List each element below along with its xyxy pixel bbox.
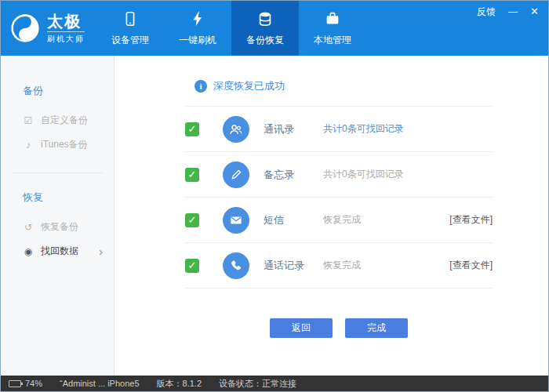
memo-pencil-icon	[223, 162, 249, 188]
version-label: 版本：8.1.2	[157, 378, 202, 390]
tab-label: 本地管理	[314, 34, 351, 47]
item-label: 通讯录	[264, 122, 323, 136]
sidebar-item-label: 恢复备份	[41, 220, 78, 234]
checkbox-checked[interactable]: ✓	[185, 213, 199, 227]
nav-tabs: 设备管理 一键刷机 备份恢复	[96, 1, 366, 56]
minimize-button[interactable]: —	[508, 7, 518, 16]
item-label: 短信	[264, 213, 323, 227]
list-item-contacts: ✓ 通讯录 共计0条可找回记录	[185, 107, 493, 152]
app-logo: 太极 刷机大师	[1, 1, 96, 56]
phone-call-icon	[223, 252, 249, 279]
tab-label: 备份恢复	[246, 34, 284, 47]
checkbox-square-icon: ☑	[23, 115, 34, 126]
item-label: 备忘录	[264, 168, 323, 182]
item-status: 共计0条可找回记录	[323, 122, 493, 136]
list-item-sms: ✓ 短信 恢复完成 [查看文件]	[185, 198, 493, 243]
device-icon	[122, 9, 139, 28]
item-label: 通话记录	[264, 259, 323, 273]
restore-arrow-icon: ↺	[23, 222, 34, 233]
item-status: 恢复完成	[323, 259, 449, 272]
checkbox-checked[interactable]: ✓	[185, 259, 199, 273]
target-icon: ◉	[23, 246, 34, 257]
sidebar-section-backup: 备份	[1, 84, 114, 108]
tab-label: 设备管理	[111, 34, 149, 47]
status-bar: 74% “Administ ... iPhone5 版本：8.1.2 设备状态：…	[1, 376, 548, 391]
logo-text: 太极 刷机大师	[47, 13, 85, 45]
tab-device-management[interactable]: 设备管理	[96, 1, 164, 56]
contacts-icon	[223, 116, 249, 143]
main-content: i 深度恢复已成功 ✓ 通讯录 共计0条可找回记录	[115, 56, 548, 376]
checkbox-checked[interactable]: ✓	[185, 168, 199, 182]
flash-icon	[189, 9, 206, 28]
sidebar: 备份 ☑ 自定义备份 ♪ iTunes备份 恢复 ↺ 恢复备份 ◉ 找回数据 ›	[1, 56, 115, 376]
sms-envelope-icon	[223, 207, 249, 234]
banner-text: 深度恢复已成功	[213, 79, 285, 93]
tab-backup-restore[interactable]: 备份恢复	[231, 1, 299, 56]
info-icon: i	[195, 80, 207, 93]
battery-icon	[9, 380, 21, 387]
view-files-link[interactable]: [查看文件]	[449, 259, 493, 272]
database-icon	[256, 9, 274, 28]
taiji-logo-icon	[10, 13, 40, 43]
action-buttons: 返回 完成	[185, 318, 493, 338]
result-list: ✓ 通讯录 共计0条可找回记录 ✓	[185, 107, 493, 289]
back-button[interactable]: 返回	[270, 318, 333, 338]
header: 太极 刷机大师 设备管理 一键刷机	[1, 1, 548, 56]
window-controls: 反馈 — ✕	[477, 6, 539, 16]
logo-subtitle: 刷机大师	[47, 31, 85, 45]
sidebar-section-restore: 恢复	[1, 191, 114, 215]
tab-one-key-flash[interactable]: 一键刷机	[164, 1, 231, 56]
chevron-right-icon: ›	[99, 245, 103, 258]
sidebar-divider	[12, 172, 103, 173]
list-item-call-log: ✓ 通话记录 恢复完成 [查看文件]	[185, 243, 493, 289]
item-status: 恢复完成	[323, 213, 449, 227]
view-files-link[interactable]: [查看文件]	[449, 213, 493, 227]
sidebar-item-label: 自定义备份	[41, 114, 88, 127]
sidebar-item-custom-backup[interactable]: ☑ 自定义备份	[1, 108, 114, 132]
sidebar-item-restore-backup[interactable]: ↺ 恢复备份	[1, 215, 114, 239]
app-body: 备份 ☑ 自定义备份 ♪ iTunes备份 恢复 ↺ 恢复备份 ◉ 找回数据 ›	[1, 56, 548, 376]
briefcase-icon	[324, 9, 341, 28]
done-button[interactable]: 完成	[345, 318, 408, 338]
sidebar-item-retrieve-data[interactable]: ◉ 找回数据 ›	[1, 239, 114, 263]
connection-status: 设备状态：正常连接	[219, 378, 296, 390]
device-name: “Administ ... iPhone5	[60, 379, 140, 388]
tab-local-management[interactable]: 本地管理	[299, 1, 366, 56]
sidebar-item-label: iTunes备份	[41, 138, 88, 151]
list-item-memos: ✓ 备忘录 共计0条可找回记录	[185, 152, 493, 198]
item-status: 共计0条可找回记录	[323, 168, 493, 181]
battery-indicator: 74%	[9, 379, 42, 388]
sidebar-item-label: 找回数据	[41, 245, 78, 258]
battery-percent: 74%	[25, 379, 42, 388]
music-note-icon: ♪	[23, 140, 34, 151]
checkbox-checked[interactable]: ✓	[185, 122, 199, 136]
app-window: 太极 刷机大师 设备管理 一键刷机	[0, 0, 549, 392]
logo-title: 太极	[47, 13, 85, 30]
status-banner: i 深度恢复已成功	[185, 78, 493, 107]
sidebar-item-itunes-backup[interactable]: ♪ iTunes备份	[1, 132, 114, 157]
close-button[interactable]: ✕	[530, 6, 539, 16]
feedback-link[interactable]: 反馈	[477, 7, 496, 16]
tab-label: 一键刷机	[179, 34, 216, 47]
